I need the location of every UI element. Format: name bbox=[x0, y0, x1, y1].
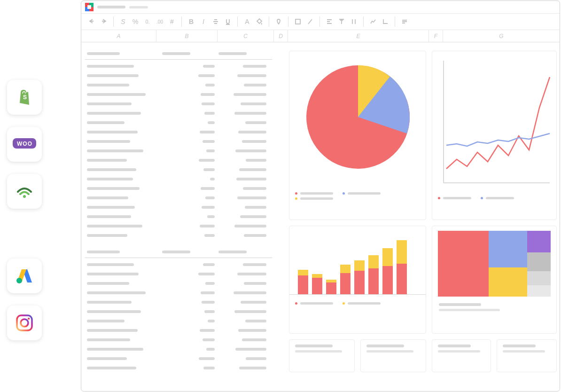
redo-icon[interactable] bbox=[99, 17, 109, 26]
app-logo-icon bbox=[85, 3, 94, 11]
bar bbox=[368, 255, 379, 294]
decimal-zero-icon[interactable]: 0. bbox=[143, 17, 152, 26]
bar bbox=[397, 240, 407, 294]
doc-subtitle bbox=[129, 6, 148, 8]
table-row bbox=[85, 318, 272, 324]
spreadsheet-window: S % 0. .00 # B I A A B C D E F G bbox=[81, 0, 560, 392]
percent-icon[interactable]: % bbox=[131, 17, 140, 26]
svg-rect-13 bbox=[296, 19, 300, 24]
font-color-icon[interactable]: A bbox=[242, 17, 252, 26]
align-top-icon[interactable] bbox=[337, 17, 346, 26]
col-header-d[interactable]: D bbox=[274, 30, 288, 42]
data-table-2 bbox=[85, 249, 272, 375]
svg-point-3 bbox=[23, 195, 26, 198]
integrations-sidebar: S WOO bbox=[7, 80, 42, 340]
col-header-e[interactable]: E bbox=[288, 30, 429, 42]
svg-point-6 bbox=[21, 319, 28, 327]
summary-card-2 bbox=[360, 339, 426, 372]
table-row bbox=[85, 101, 272, 107]
shopify-icon[interactable]: S bbox=[7, 80, 42, 115]
wrap-icon[interactable] bbox=[349, 17, 358, 26]
column-headers: A B C D E F G bbox=[81, 30, 560, 42]
align-left-icon[interactable] bbox=[325, 17, 334, 26]
bar-legend bbox=[289, 299, 426, 307]
doc-title bbox=[97, 6, 125, 8]
table-row bbox=[85, 63, 272, 69]
table-row bbox=[85, 365, 272, 371]
summary-card-1 bbox=[289, 339, 355, 372]
table-row bbox=[85, 157, 272, 163]
table-row bbox=[85, 82, 272, 88]
table-row bbox=[85, 337, 272, 343]
currency-icon[interactable]: S bbox=[118, 17, 128, 26]
pie-legend bbox=[289, 189, 426, 197]
table-row bbox=[85, 195, 272, 201]
col-header-b[interactable]: B bbox=[156, 30, 218, 42]
svg-text:S: S bbox=[23, 94, 27, 101]
fill-color-icon[interactable] bbox=[255, 17, 264, 26]
col-header-a[interactable]: A bbox=[81, 30, 156, 42]
line-legend bbox=[432, 194, 556, 202]
undo-icon[interactable] bbox=[87, 17, 96, 26]
table-row bbox=[85, 186, 272, 191]
hash-icon[interactable]: # bbox=[167, 17, 177, 26]
bar bbox=[354, 260, 365, 294]
table-row bbox=[85, 167, 272, 172]
pie-chart-card bbox=[289, 51, 426, 220]
table-row bbox=[85, 73, 272, 78]
data-table-1 bbox=[85, 51, 272, 242]
table-row bbox=[85, 281, 272, 286]
underline-icon[interactable] bbox=[223, 17, 233, 26]
treemap-card bbox=[432, 226, 557, 334]
col-header-g[interactable]: G bbox=[443, 30, 560, 42]
toolbar: S % 0. .00 # B I A bbox=[81, 13, 560, 30]
bar bbox=[298, 270, 308, 294]
table-row bbox=[85, 271, 272, 277]
wifi-app-icon[interactable] bbox=[7, 174, 42, 209]
table-row bbox=[85, 110, 272, 116]
table-row bbox=[85, 148, 272, 154]
bar bbox=[312, 274, 322, 294]
strike-icon[interactable] bbox=[211, 17, 220, 26]
table-row bbox=[85, 290, 272, 296]
table-row bbox=[85, 328, 272, 333]
google-ads-icon[interactable] bbox=[7, 259, 42, 293]
table-row bbox=[85, 309, 272, 314]
grid-area bbox=[81, 42, 560, 391]
instagram-icon[interactable] bbox=[7, 306, 42, 340]
summary-card-3 bbox=[432, 339, 491, 372]
col-header-c[interactable]: C bbox=[218, 30, 274, 42]
tag-icon[interactable] bbox=[274, 17, 283, 26]
table-row bbox=[85, 233, 272, 238]
slash-icon[interactable] bbox=[305, 17, 315, 26]
titlebar bbox=[81, 1, 560, 13]
bar bbox=[340, 265, 351, 294]
table-row bbox=[85, 120, 272, 125]
svg-text:WOO: WOO bbox=[17, 141, 32, 147]
border-icon[interactable] bbox=[293, 17, 303, 26]
table-row bbox=[85, 176, 272, 182]
woocommerce-icon[interactable]: WOO bbox=[7, 127, 42, 162]
summary-card-4 bbox=[497, 339, 557, 372]
table-row bbox=[85, 129, 272, 135]
decimal-two-icon[interactable]: .00 bbox=[155, 17, 164, 26]
chart-icon[interactable] bbox=[368, 17, 378, 26]
list-icon[interactable] bbox=[400, 17, 409, 26]
svg-point-7 bbox=[28, 318, 30, 320]
col-header-f[interactable]: F bbox=[429, 30, 443, 42]
corner-icon[interactable] bbox=[381, 17, 390, 26]
bold-icon[interactable]: B bbox=[187, 17, 196, 26]
bar bbox=[382, 248, 393, 294]
table-row bbox=[85, 262, 272, 267]
table-row bbox=[85, 204, 272, 210]
table-row bbox=[85, 139, 272, 144]
pie-chart bbox=[289, 51, 427, 188]
svg-point-4 bbox=[16, 278, 22, 283]
italic-icon[interactable]: I bbox=[199, 17, 208, 26]
bar bbox=[326, 280, 336, 294]
svg-rect-12 bbox=[87, 5, 91, 9]
table-row bbox=[85, 346, 272, 352]
table-row bbox=[85, 223, 272, 229]
bar-chart-card bbox=[289, 226, 426, 334]
table-row bbox=[85, 299, 272, 305]
